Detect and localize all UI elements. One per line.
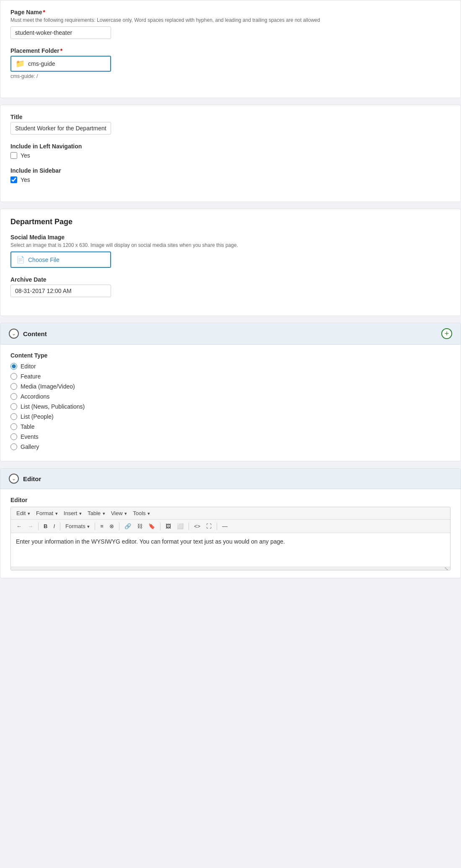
content-type-list-people-radio[interactable]: [10, 413, 17, 420]
include-left-nav-checkbox[interactable]: [10, 152, 17, 159]
code-button[interactable]: <>: [192, 522, 202, 531]
content-type-list-people-row: List (People): [10, 413, 451, 420]
editor-section: ⌄ Editor Editor Edit ▾ Format ▾ Insert ▾…: [0, 468, 461, 578]
page-name-label: Page Name*: [10, 9, 451, 16]
department-page-section: Department Page Social Media Image Selec…: [0, 209, 461, 316]
content-type-events-row: Events: [10, 433, 451, 440]
title-input[interactable]: [10, 122, 111, 135]
editor-section-body: Editor Edit ▾ Format ▾ Insert ▾ Table ▾ …: [0, 489, 461, 578]
content-type-media-radio[interactable]: [10, 383, 17, 390]
content-type-list-news-radio[interactable]: [10, 403, 17, 410]
archive-date-field: Archive Date: [10, 276, 451, 297]
menu-insert[interactable]: Insert ▾: [62, 509, 84, 517]
folder-value: cms-guide: [28, 60, 55, 67]
content-type-gallery-radio[interactable]: [10, 443, 17, 450]
toolbar-separator-7: [217, 523, 217, 530]
content-type-accordions-radio[interactable]: [10, 393, 17, 400]
content-type-feature-radio[interactable]: [10, 373, 17, 380]
italic-button[interactable]: I: [51, 522, 57, 531]
social-media-image-hint: Select an image that is 1200 x 630. Imag…: [10, 242, 451, 248]
include-sidebar-label: Include in Sidebar: [10, 167, 451, 174]
bold-button[interactable]: B: [41, 522, 49, 531]
toolbar-separator-2: [60, 523, 60, 530]
include-left-nav-check-label: Yes: [21, 152, 30, 159]
content-type-feature-row: Feature: [10, 373, 451, 380]
toolbar-separator-6: [189, 523, 189, 530]
editor-label: Editor: [10, 497, 451, 503]
include-sidebar-field: Include in Sidebar Yes: [10, 167, 451, 183]
wysiwyg-text: Enter your information in the WYSIWYG ed…: [16, 538, 285, 545]
fullscreen-button[interactable]: ⛶: [204, 522, 214, 531]
content-section-title: Content: [23, 330, 47, 337]
content-type-list-people-label: List (People): [21, 413, 54, 420]
content-type-editor-radio[interactable]: [10, 363, 17, 370]
wysiwyg-container: Edit ▾ Format ▾ Insert ▾ Table ▾ View ▾ …: [10, 507, 451, 570]
content-type-table-row: Table: [10, 423, 451, 430]
unordered-list-button[interactable]: ≡: [98, 522, 106, 531]
include-sidebar-check-label: Yes: [21, 176, 30, 183]
link-button[interactable]: 🔗: [122, 522, 133, 531]
content-type-media-row: Media (Image/Video): [10, 383, 451, 390]
menu-view[interactable]: View ▾: [109, 509, 129, 517]
include-left-nav-field: Include in Left Navigation Yes: [10, 143, 451, 159]
page-name-section: Page Name* Must meet the following requi…: [0, 0, 461, 98]
archive-date-label: Archive Date: [10, 276, 451, 283]
wysiwyg-menu-bar: Edit ▾ Format ▾ Insert ▾ Table ▾ View ▾ …: [11, 507, 450, 520]
formats-button[interactable]: Formats ▾: [63, 522, 92, 531]
image-button[interactable]: 🖼: [163, 522, 173, 531]
include-left-nav-label: Include in Left Navigation: [10, 143, 451, 150]
hr-button[interactable]: —: [220, 522, 230, 531]
metadata-section: Title Include in Left Navigation Yes Inc…: [0, 105, 461, 202]
content-type-table-radio[interactable]: [10, 423, 17, 430]
content-type-label: Content Type: [10, 352, 451, 359]
include-sidebar-row: Yes: [10, 176, 451, 183]
media-button[interactable]: ⬜: [175, 522, 186, 531]
social-media-image-field: Social Media Image Select an image that …: [10, 234, 451, 268]
archive-date-input[interactable]: [10, 285, 111, 297]
resize-icon: ⤡: [444, 566, 448, 571]
title-field: Title: [10, 114, 451, 135]
content-section-header: ⌄ Content +: [0, 323, 461, 345]
menu-tools[interactable]: Tools ▾: [131, 509, 152, 517]
content-collapse-button[interactable]: ⌄: [9, 329, 19, 339]
include-left-nav-row: Yes: [10, 152, 451, 159]
toolbar-separator-1: [38, 523, 39, 530]
content-add-button[interactable]: +: [441, 328, 452, 339]
toolbar-separator-5: [160, 523, 161, 530]
ordered-list-button[interactable]: ⊗: [107, 522, 116, 531]
content-section-body: Content Type Editor Feature Media (Image…: [0, 345, 461, 461]
unlink-button[interactable]: ⛓: [135, 522, 145, 531]
content-type-list-news-row: List (News, Publications): [10, 403, 451, 410]
page-name-hint: Must meet the following requirements: Lo…: [10, 17, 451, 23]
content-type-table-label: Table: [21, 423, 34, 430]
editor-collapse-button[interactable]: ⌄: [9, 474, 19, 484]
toolbar-separator-4: [119, 523, 119, 530]
editor-section-title: Editor: [23, 475, 41, 482]
menu-edit[interactable]: Edit ▾: [14, 509, 32, 517]
undo-button[interactable]: ←: [14, 522, 24, 531]
choose-file-label: Choose File: [28, 257, 60, 263]
anchor-button[interactable]: 🔖: [146, 522, 157, 531]
social-media-image-label: Social Media Image: [10, 234, 451, 241]
choose-file-button[interactable]: 📄 Choose File: [10, 251, 111, 268]
page-name-input[interactable]: [10, 26, 111, 39]
content-type-editor-row: Editor: [10, 363, 451, 370]
menu-format[interactable]: Format ▾: [34, 509, 60, 517]
content-header-left: ⌄ Content: [9, 329, 47, 339]
content-type-events-label: Events: [21, 433, 39, 440]
redo-button[interactable]: →: [26, 522, 35, 531]
placement-folder-label: Placement Folder*: [10, 47, 451, 54]
placement-folder-input[interactable]: 📁 cms-guide: [10, 56, 111, 72]
content-type-feature-label: Feature: [21, 373, 41, 380]
include-sidebar-checkbox[interactable]: [10, 176, 17, 183]
content-type-gallery-label: Gallery: [21, 443, 39, 450]
menu-table[interactable]: Table ▾: [85, 509, 107, 517]
content-type-events-radio[interactable]: [10, 433, 17, 440]
department-page-title: Department Page: [10, 218, 451, 226]
content-type-editor-label: Editor: [21, 363, 36, 370]
page-name-field: Page Name* Must meet the following requi…: [10, 9, 451, 39]
content-type-list-news-label: List (News, Publications): [21, 403, 85, 410]
file-icon: 📄: [16, 256, 25, 264]
wysiwyg-resize-handle[interactable]: ⤡: [11, 567, 450, 570]
wysiwyg-content-area[interactable]: Enter your information in the WYSIWYG ed…: [11, 533, 450, 567]
